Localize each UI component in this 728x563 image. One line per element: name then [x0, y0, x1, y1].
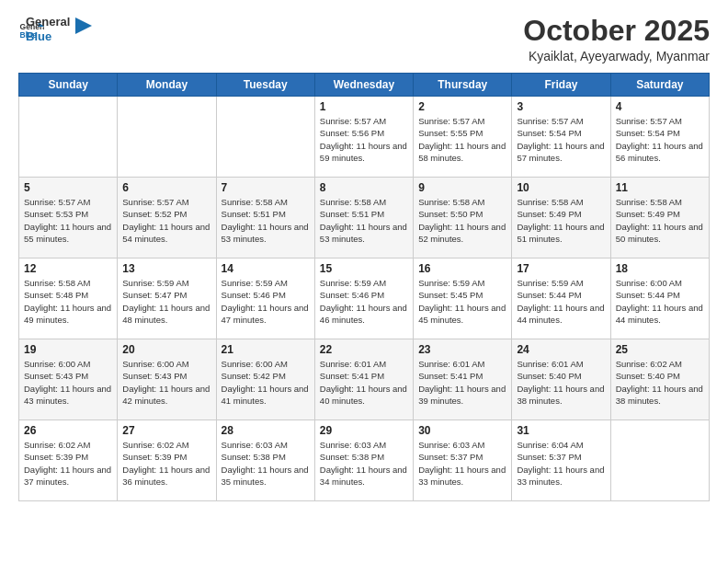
day-number: 2	[418, 100, 506, 113]
day-number: 18	[616, 262, 704, 275]
day-number: 14	[222, 262, 310, 275]
day-info: Sunrise: 6:01 AM Sunset: 5:41 PM Dayligh…	[418, 358, 506, 407]
weekday-header-row: SundayMondayTuesdayWednesdayThursdayFrid…	[19, 74, 710, 97]
day-info: Sunrise: 5:57 AM Sunset: 5:53 PM Dayligh…	[24, 196, 112, 245]
day-info: Sunrise: 5:57 AM Sunset: 5:56 PM Dayligh…	[320, 115, 408, 164]
calendar-cell: 18Sunrise: 6:00 AM Sunset: 5:44 PM Dayli…	[610, 259, 709, 339]
calendar-cell: 20Sunrise: 6:00 AM Sunset: 5:43 PM Dayli…	[118, 339, 216, 420]
logo-arrow-icon	[75, 17, 92, 34]
day-number: 19	[24, 343, 112, 356]
day-number: 3	[517, 100, 605, 113]
calendar-cell: 13Sunrise: 5:59 AM Sunset: 5:47 PM Dayli…	[118, 259, 216, 339]
calendar-cell: 11Sunrise: 5:58 AM Sunset: 5:49 PM Dayli…	[610, 178, 709, 259]
calendar-cell: 23Sunrise: 6:01 AM Sunset: 5:41 PM Dayli…	[414, 339, 512, 420]
day-info: Sunrise: 5:59 AM Sunset: 5:47 PM Dayligh…	[122, 277, 210, 326]
day-number: 11	[616, 181, 704, 194]
day-number: 28	[222, 424, 310, 437]
calendar-cell	[216, 97, 314, 178]
day-info: Sunrise: 6:01 AM Sunset: 5:41 PM Dayligh…	[320, 358, 408, 407]
day-number: 8	[320, 181, 408, 194]
calendar-cell: 27Sunrise: 6:02 AM Sunset: 5:39 PM Dayli…	[118, 420, 216, 501]
calendar-cell: 14Sunrise: 5:59 AM Sunset: 5:46 PM Dayli…	[216, 259, 314, 339]
header: General Blue General Blue October 2025 K…	[18, 15, 710, 63]
day-info: Sunrise: 5:58 AM Sunset: 5:49 PM Dayligh…	[517, 196, 605, 245]
calendar-cell	[610, 420, 709, 501]
calendar-cell: 3Sunrise: 5:57 AM Sunset: 5:54 PM Daylig…	[512, 97, 610, 178]
calendar-cell: 9Sunrise: 5:58 AM Sunset: 5:50 PM Daylig…	[414, 178, 512, 259]
calendar-cell: 21Sunrise: 6:00 AM Sunset: 5:42 PM Dayli…	[216, 339, 314, 420]
day-info: Sunrise: 5:58 AM Sunset: 5:50 PM Dayligh…	[418, 196, 506, 245]
calendar-cell: 2Sunrise: 5:57 AM Sunset: 5:55 PM Daylig…	[414, 97, 512, 178]
location-subtitle: Kyaiklat, Ayeyarwady, Myanmar	[523, 49, 710, 63]
calendar-week-row: 19Sunrise: 6:00 AM Sunset: 5:43 PM Dayli…	[19, 339, 710, 420]
calendar-cell: 6Sunrise: 5:57 AM Sunset: 5:52 PM Daylig…	[118, 178, 216, 259]
calendar-cell: 22Sunrise: 6:01 AM Sunset: 5:41 PM Dayli…	[314, 339, 413, 420]
day-info: Sunrise: 6:00 AM Sunset: 5:42 PM Dayligh…	[222, 358, 310, 407]
day-number: 23	[418, 343, 506, 356]
logo-blue: Blue	[26, 29, 70, 44]
calendar-cell: 5Sunrise: 5:57 AM Sunset: 5:53 PM Daylig…	[19, 178, 118, 259]
day-info: Sunrise: 6:03 AM Sunset: 5:38 PM Dayligh…	[222, 439, 310, 488]
day-info: Sunrise: 5:58 AM Sunset: 5:48 PM Dayligh…	[24, 277, 112, 326]
calendar-cell: 28Sunrise: 6:03 AM Sunset: 5:38 PM Dayli…	[216, 420, 314, 501]
day-number: 24	[517, 343, 605, 356]
logo: General Blue General Blue	[18, 15, 92, 43]
day-number: 9	[418, 181, 506, 194]
day-info: Sunrise: 6:03 AM Sunset: 5:38 PM Dayligh…	[320, 439, 408, 488]
day-number: 27	[122, 424, 210, 437]
calendar-cell	[19, 97, 118, 178]
day-info: Sunrise: 5:59 AM Sunset: 5:46 PM Dayligh…	[320, 277, 408, 326]
day-info: Sunrise: 6:00 AM Sunset: 5:43 PM Dayligh…	[122, 358, 210, 407]
day-number: 10	[517, 181, 605, 194]
day-number: 29	[320, 424, 408, 437]
day-number: 16	[418, 262, 506, 275]
day-number: 30	[418, 424, 506, 437]
day-info: Sunrise: 6:03 AM Sunset: 5:37 PM Dayligh…	[418, 439, 506, 488]
day-number: 20	[122, 343, 210, 356]
day-info: Sunrise: 6:02 AM Sunset: 5:39 PM Dayligh…	[122, 439, 210, 488]
day-info: Sunrise: 6:02 AM Sunset: 5:39 PM Dayligh…	[24, 439, 112, 488]
calendar-cell: 24Sunrise: 6:01 AM Sunset: 5:40 PM Dayli…	[512, 339, 610, 420]
calendar-cell: 30Sunrise: 6:03 AM Sunset: 5:37 PM Dayli…	[414, 420, 512, 501]
calendar-cell: 25Sunrise: 6:02 AM Sunset: 5:40 PM Dayli…	[610, 339, 709, 420]
day-number: 13	[122, 262, 210, 275]
weekday-header: Saturday	[610, 74, 709, 97]
title-block: October 2025 Kyaiklat, Ayeyarwady, Myanm…	[523, 15, 710, 63]
day-info: Sunrise: 5:58 AM Sunset: 5:49 PM Dayligh…	[616, 196, 704, 245]
day-info: Sunrise: 6:00 AM Sunset: 5:44 PM Dayligh…	[616, 277, 704, 326]
day-number: 7	[222, 181, 310, 194]
day-info: Sunrise: 5:57 AM Sunset: 5:54 PM Dayligh…	[616, 115, 704, 164]
page-container: General Blue General Blue October 2025 K…	[0, 0, 728, 511]
day-number: 17	[517, 262, 605, 275]
calendar-cell: 16Sunrise: 5:59 AM Sunset: 5:45 PM Dayli…	[414, 259, 512, 339]
calendar-week-row: 5Sunrise: 5:57 AM Sunset: 5:53 PM Daylig…	[19, 178, 710, 259]
calendar-cell: 10Sunrise: 5:58 AM Sunset: 5:49 PM Dayli…	[512, 178, 610, 259]
calendar-body: 1Sunrise: 5:57 AM Sunset: 5:56 PM Daylig…	[19, 97, 710, 501]
calendar-cell	[118, 97, 216, 178]
day-info: Sunrise: 5:59 AM Sunset: 5:46 PM Dayligh…	[222, 277, 310, 326]
day-info: Sunrise: 5:59 AM Sunset: 5:44 PM Dayligh…	[517, 277, 605, 326]
calendar-cell: 12Sunrise: 5:58 AM Sunset: 5:48 PM Dayli…	[19, 259, 118, 339]
day-number: 5	[24, 181, 112, 194]
day-info: Sunrise: 6:04 AM Sunset: 5:37 PM Dayligh…	[517, 439, 605, 488]
calendar-cell: 19Sunrise: 6:00 AM Sunset: 5:43 PM Dayli…	[19, 339, 118, 420]
calendar-week-row: 26Sunrise: 6:02 AM Sunset: 5:39 PM Dayli…	[19, 420, 710, 501]
day-info: Sunrise: 5:58 AM Sunset: 5:51 PM Dayligh…	[222, 196, 310, 245]
weekday-header: Monday	[118, 74, 216, 97]
calendar-cell: 7Sunrise: 5:58 AM Sunset: 5:51 PM Daylig…	[216, 178, 314, 259]
weekday-header: Thursday	[414, 74, 512, 97]
day-number: 4	[616, 100, 704, 113]
day-number: 21	[222, 343, 310, 356]
calendar-table: SundayMondayTuesdayWednesdayThursdayFrid…	[18, 73, 710, 501]
calendar-week-row: 12Sunrise: 5:58 AM Sunset: 5:48 PM Dayli…	[19, 259, 710, 339]
day-info: Sunrise: 5:57 AM Sunset: 5:54 PM Dayligh…	[517, 115, 605, 164]
logo-general: General	[26, 15, 70, 29]
day-info: Sunrise: 6:01 AM Sunset: 5:40 PM Dayligh…	[517, 358, 605, 407]
day-number: 22	[320, 343, 408, 356]
calendar-cell: 31Sunrise: 6:04 AM Sunset: 5:37 PM Dayli…	[512, 420, 610, 501]
calendar-cell: 26Sunrise: 6:02 AM Sunset: 5:39 PM Dayli…	[19, 420, 118, 501]
day-info: Sunrise: 6:02 AM Sunset: 5:40 PM Dayligh…	[616, 358, 704, 407]
day-number: 26	[24, 424, 112, 437]
calendar-week-row: 1Sunrise: 5:57 AM Sunset: 5:56 PM Daylig…	[19, 97, 710, 178]
day-number: 1	[320, 100, 408, 113]
